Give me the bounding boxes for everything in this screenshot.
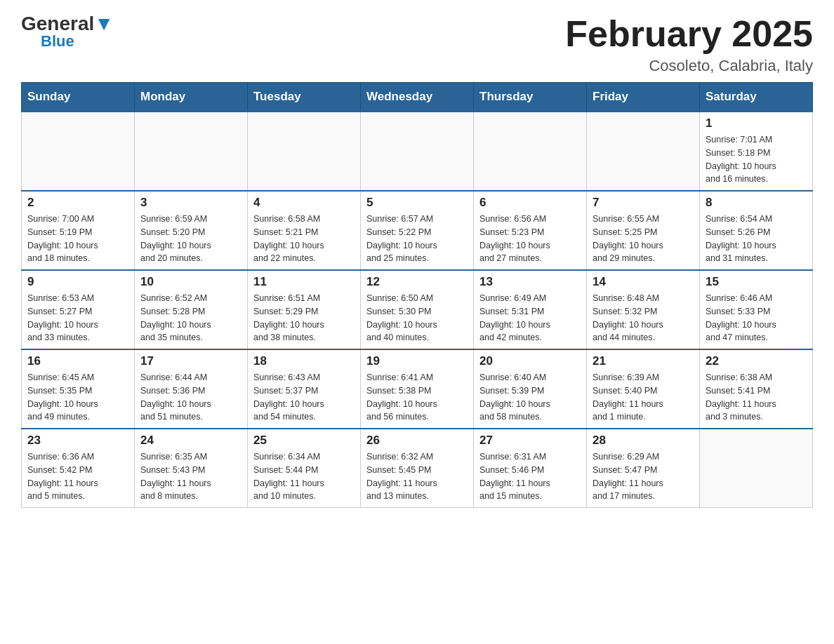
day-number: 20 bbox=[479, 354, 581, 368]
calendar-cell: 23Sunrise: 6:36 AM Sunset: 5:42 PM Dayli… bbox=[22, 429, 135, 508]
day-number: 3 bbox=[140, 196, 241, 210]
day-info: Sunrise: 6:35 AM Sunset: 5:43 PM Dayligh… bbox=[140, 450, 241, 503]
day-info: Sunrise: 6:49 AM Sunset: 5:31 PM Dayligh… bbox=[479, 292, 581, 344]
day-info: Sunrise: 6:46 AM Sunset: 5:33 PM Dayligh… bbox=[706, 292, 807, 344]
day-number: 8 bbox=[706, 196, 807, 210]
calendar-cell: 1Sunrise: 7:01 AM Sunset: 5:18 PM Daylig… bbox=[700, 112, 813, 191]
day-info: Sunrise: 6:48 AM Sunset: 5:32 PM Dayligh… bbox=[593, 292, 694, 344]
calendar-cell: 19Sunrise: 6:41 AM Sunset: 5:38 PM Dayli… bbox=[361, 349, 474, 429]
calendar-cell: 8Sunrise: 6:54 AM Sunset: 5:26 PM Daylig… bbox=[700, 191, 813, 270]
day-number: 2 bbox=[27, 196, 128, 210]
calendar-cell bbox=[361, 112, 474, 191]
day-info: Sunrise: 6:36 AM Sunset: 5:42 PM Dayligh… bbox=[27, 450, 128, 503]
day-info: Sunrise: 6:38 AM Sunset: 5:41 PM Dayligh… bbox=[706, 371, 807, 424]
header-friday: Friday bbox=[587, 83, 700, 112]
calendar-cell: 28Sunrise: 6:29 AM Sunset: 5:47 PM Dayli… bbox=[587, 429, 700, 508]
calendar-cell: 4Sunrise: 6:58 AM Sunset: 5:21 PM Daylig… bbox=[248, 191, 361, 270]
day-info: Sunrise: 6:51 AM Sunset: 5:29 PM Dayligh… bbox=[253, 292, 355, 344]
day-info: Sunrise: 6:40 AM Sunset: 5:39 PM Dayligh… bbox=[479, 371, 581, 424]
page-header: General▼ Blue February 2025 Cosoleto, Ca… bbox=[21, 14, 813, 75]
calendar-cell: 17Sunrise: 6:44 AM Sunset: 5:36 PM Dayli… bbox=[135, 349, 248, 429]
day-number: 15 bbox=[706, 275, 807, 289]
day-info: Sunrise: 6:39 AM Sunset: 5:40 PM Dayligh… bbox=[593, 371, 694, 424]
day-number: 12 bbox=[366, 275, 468, 289]
calendar-cell: 25Sunrise: 6:34 AM Sunset: 5:44 PM Dayli… bbox=[248, 429, 361, 508]
day-info: Sunrise: 6:45 AM Sunset: 5:35 PM Dayligh… bbox=[27, 371, 128, 424]
day-number: 28 bbox=[593, 434, 694, 448]
title-section: February 2025 Cosoleto, Calabria, Italy bbox=[565, 14, 813, 75]
day-number: 10 bbox=[140, 275, 241, 289]
calendar-cell: 11Sunrise: 6:51 AM Sunset: 5:29 PM Dayli… bbox=[248, 270, 361, 349]
calendar-cell: 18Sunrise: 6:43 AM Sunset: 5:37 PM Dayli… bbox=[248, 349, 361, 429]
weekday-header-row: Sunday Monday Tuesday Wednesday Thursday… bbox=[22, 83, 813, 112]
calendar-cell: 7Sunrise: 6:55 AM Sunset: 5:25 PM Daylig… bbox=[587, 191, 700, 270]
day-info: Sunrise: 6:52 AM Sunset: 5:28 PM Dayligh… bbox=[140, 292, 241, 344]
calendar-cell: 15Sunrise: 6:46 AM Sunset: 5:33 PM Dayli… bbox=[700, 270, 813, 349]
calendar-cell bbox=[474, 112, 587, 191]
calendar-cell: 27Sunrise: 6:31 AM Sunset: 5:46 PM Dayli… bbox=[474, 429, 587, 508]
calendar-cell bbox=[248, 112, 361, 191]
calendar-cell: 13Sunrise: 6:49 AM Sunset: 5:31 PM Dayli… bbox=[474, 270, 587, 349]
logo-triangle-icon: ▼ bbox=[94, 13, 114, 34]
day-number: 6 bbox=[479, 196, 581, 210]
header-saturday: Saturday bbox=[700, 83, 813, 112]
header-monday: Monday bbox=[135, 83, 248, 112]
calendar-cell: 3Sunrise: 6:59 AM Sunset: 5:20 PM Daylig… bbox=[135, 191, 248, 270]
day-info: Sunrise: 7:00 AM Sunset: 5:19 PM Dayligh… bbox=[27, 213, 128, 265]
calendar-week-row: 9Sunrise: 6:53 AM Sunset: 5:27 PM Daylig… bbox=[22, 270, 813, 349]
calendar-cell: 6Sunrise: 6:56 AM Sunset: 5:23 PM Daylig… bbox=[474, 191, 587, 270]
day-number: 22 bbox=[706, 354, 807, 368]
calendar-cell: 16Sunrise: 6:45 AM Sunset: 5:35 PM Dayli… bbox=[22, 349, 135, 429]
calendar-cell bbox=[700, 429, 813, 508]
day-info: Sunrise: 6:32 AM Sunset: 5:45 PM Dayligh… bbox=[366, 450, 468, 503]
calendar-week-row: 16Sunrise: 6:45 AM Sunset: 5:35 PM Dayli… bbox=[22, 349, 813, 429]
calendar-cell: 9Sunrise: 6:53 AM Sunset: 5:27 PM Daylig… bbox=[22, 270, 135, 349]
calendar-cell: 26Sunrise: 6:32 AM Sunset: 5:45 PM Dayli… bbox=[361, 429, 474, 508]
logo-blue-text: Blue bbox=[41, 34, 74, 49]
calendar-cell bbox=[135, 112, 248, 191]
calendar-cell: 22Sunrise: 6:38 AM Sunset: 5:41 PM Dayli… bbox=[700, 349, 813, 429]
day-info: Sunrise: 6:41 AM Sunset: 5:38 PM Dayligh… bbox=[366, 371, 468, 424]
calendar-cell bbox=[587, 112, 700, 191]
day-info: Sunrise: 6:43 AM Sunset: 5:37 PM Dayligh… bbox=[253, 371, 355, 424]
calendar-cell: 5Sunrise: 6:57 AM Sunset: 5:22 PM Daylig… bbox=[361, 191, 474, 270]
day-info: Sunrise: 6:44 AM Sunset: 5:36 PM Dayligh… bbox=[140, 371, 241, 424]
day-info: Sunrise: 6:56 AM Sunset: 5:23 PM Dayligh… bbox=[479, 213, 581, 265]
calendar-week-row: 23Sunrise: 6:36 AM Sunset: 5:42 PM Dayli… bbox=[22, 429, 813, 508]
logo-general-text: General▼ bbox=[21, 14, 114, 34]
calendar-cell: 2Sunrise: 7:00 AM Sunset: 5:19 PM Daylig… bbox=[22, 191, 135, 270]
month-title: February 2025 bbox=[565, 14, 813, 54]
day-number: 23 bbox=[27, 434, 128, 448]
day-number: 5 bbox=[366, 196, 468, 210]
header-sunday: Sunday bbox=[22, 83, 135, 112]
day-info: Sunrise: 6:57 AM Sunset: 5:22 PM Dayligh… bbox=[366, 213, 468, 265]
day-number: 26 bbox=[366, 434, 468, 448]
day-info: Sunrise: 6:55 AM Sunset: 5:25 PM Dayligh… bbox=[593, 213, 694, 265]
logo: General▼ Blue bbox=[21, 14, 114, 49]
calendar-cell: 14Sunrise: 6:48 AM Sunset: 5:32 PM Dayli… bbox=[587, 270, 700, 349]
calendar-cell: 21Sunrise: 6:39 AM Sunset: 5:40 PM Dayli… bbox=[587, 349, 700, 429]
calendar-cell: 20Sunrise: 6:40 AM Sunset: 5:39 PM Dayli… bbox=[474, 349, 587, 429]
day-number: 18 bbox=[253, 354, 355, 368]
header-tuesday: Tuesday bbox=[248, 83, 361, 112]
day-info: Sunrise: 6:34 AM Sunset: 5:44 PM Dayligh… bbox=[253, 450, 355, 503]
calendar-cell: 24Sunrise: 6:35 AM Sunset: 5:43 PM Dayli… bbox=[135, 429, 248, 508]
calendar-cell bbox=[22, 112, 135, 191]
day-number: 17 bbox=[140, 354, 241, 368]
day-number: 13 bbox=[479, 275, 581, 289]
day-info: Sunrise: 6:58 AM Sunset: 5:21 PM Dayligh… bbox=[253, 213, 355, 265]
location-text: Cosoleto, Calabria, Italy bbox=[565, 57, 813, 75]
day-info: Sunrise: 6:54 AM Sunset: 5:26 PM Dayligh… bbox=[706, 213, 807, 265]
day-info: Sunrise: 6:29 AM Sunset: 5:47 PM Dayligh… bbox=[593, 450, 694, 503]
day-number: 25 bbox=[253, 434, 355, 448]
day-number: 27 bbox=[479, 434, 581, 448]
day-number: 9 bbox=[27, 275, 128, 289]
day-number: 1 bbox=[706, 116, 807, 130]
calendar-cell: 12Sunrise: 6:50 AM Sunset: 5:30 PM Dayli… bbox=[361, 270, 474, 349]
day-info: Sunrise: 6:31 AM Sunset: 5:46 PM Dayligh… bbox=[479, 450, 581, 503]
day-number: 21 bbox=[593, 354, 694, 368]
day-number: 14 bbox=[593, 275, 694, 289]
day-number: 19 bbox=[366, 354, 468, 368]
day-info: Sunrise: 6:53 AM Sunset: 5:27 PM Dayligh… bbox=[27, 292, 128, 344]
day-number: 11 bbox=[253, 275, 355, 289]
